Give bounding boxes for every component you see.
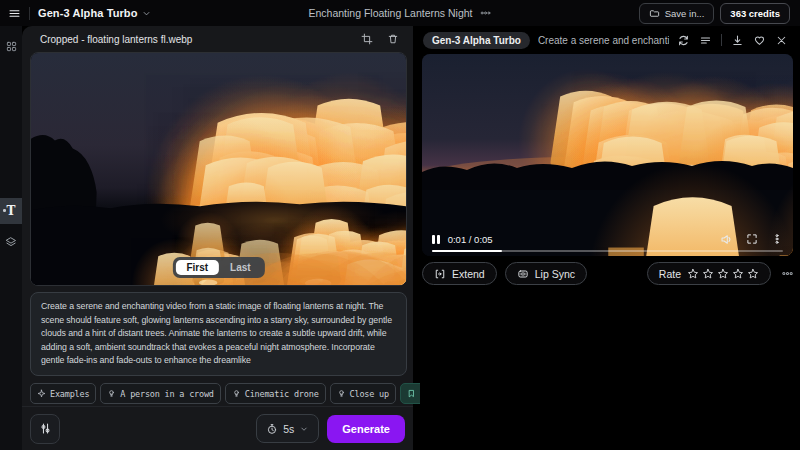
- volume-icon[interactable]: [720, 233, 733, 246]
- input-image-preview[interactable]: First Last: [30, 52, 407, 286]
- examples-chip[interactable]: Examples: [30, 383, 96, 404]
- save-in-button[interactable]: Save in...: [639, 3, 715, 24]
- star-icon[interactable]: [717, 268, 729, 280]
- video-progress-fill: [432, 250, 502, 252]
- video-player[interactable]: 0:01 / 0:05: [422, 54, 793, 256]
- layers-icon: [5, 236, 17, 248]
- chip-label: Close up: [350, 389, 389, 399]
- chip-label: Cinematic drone: [245, 389, 319, 399]
- prompt-details-icon[interactable]: [699, 34, 712, 47]
- download-icon[interactable]: [731, 34, 744, 47]
- lip-sync-button[interactable]: Lip Sync: [505, 262, 587, 285]
- crop-icon[interactable]: [361, 33, 373, 45]
- duration-selector[interactable]: 5s: [256, 414, 319, 443]
- active-tool-dot: [3, 209, 6, 212]
- bookmark-icon: [407, 389, 416, 398]
- rate-control[interactable]: Rate: [647, 262, 771, 285]
- last-frame-button[interactable]: Last: [219, 260, 262, 275]
- lip-sync-icon: [517, 268, 529, 280]
- settings-button[interactable]: [30, 414, 60, 444]
- star-icon[interactable]: [687, 268, 699, 280]
- assets-grid-button[interactable]: [0, 34, 22, 58]
- fullscreen-icon[interactable]: [746, 233, 758, 245]
- extend-button[interactable]: Extend: [422, 262, 497, 285]
- star-icon[interactable]: [732, 268, 744, 280]
- star-icon[interactable]: [702, 268, 714, 280]
- duration-label: 5s: [283, 423, 294, 435]
- icon-divider: [721, 34, 722, 46]
- hamburger-menu-icon[interactable]: [8, 7, 21, 20]
- prompt-textarea[interactable]: Create a serene and enchanting video fro…: [30, 292, 407, 376]
- pause-icon[interactable]: [432, 235, 440, 244]
- more-options-icon[interactable]: [781, 267, 794, 280]
- player-kebab-icon[interactable]: [771, 233, 783, 245]
- favorite-heart-icon[interactable]: [753, 34, 766, 47]
- playback-time: 0:01 / 0:05: [448, 234, 493, 245]
- video-actions: Extend Lip Sync Rate: [422, 262, 794, 285]
- generation-prompt-preview: Create a serene and enchanting video fro…: [538, 35, 669, 46]
- sparkle-icon: [37, 389, 46, 398]
- stopwatch-icon: [266, 423, 278, 435]
- regenerate-icon[interactable]: [677, 34, 690, 47]
- video-progress-bar[interactable]: [432, 250, 783, 252]
- tool-rail: T: [0, 26, 22, 450]
- top-bar: Gen-3 Alpha Turbo Enchanting Floating La…: [0, 0, 800, 26]
- title-more-icon[interactable]: [480, 7, 492, 19]
- text-tool-glyph: T: [7, 204, 16, 218]
- lantern-image: [31, 53, 406, 285]
- rate-stars[interactable]: [687, 268, 759, 280]
- layers-tool-button[interactable]: [0, 230, 22, 254]
- chip-label: Examples: [50, 389, 89, 399]
- save-in-label: Save in...: [665, 8, 705, 19]
- asset-name: Cropped - floating lanterns fl.webp: [40, 34, 192, 45]
- generate-bar: 5s Generate: [22, 406, 413, 450]
- model-tag: Gen-3 Alpha Turbo: [423, 32, 530, 49]
- prompt-suggestions: Examples A person in a crowd Cinematic d…: [30, 383, 407, 404]
- chip-label: A person in a crowd: [120, 389, 213, 399]
- suggestion-chip-person-in-crowd[interactable]: A person in a crowd: [100, 383, 220, 404]
- rate-label: Rate: [659, 268, 681, 280]
- generate-button[interactable]: Generate: [327, 415, 405, 443]
- extend-label: Extend: [452, 268, 485, 280]
- trash-icon[interactable]: [387, 33, 399, 45]
- sliders-icon: [39, 422, 52, 435]
- first-frame-button[interactable]: First: [175, 260, 219, 275]
- generation-panel: Gen-3 Alpha Turbo Create a serene and en…: [420, 26, 800, 450]
- chevron-down-icon: [299, 424, 309, 434]
- grid-icon: [6, 41, 17, 52]
- topbar-divider: [29, 7, 30, 20]
- model-selector[interactable]: Gen-3 Alpha Turbo: [38, 7, 152, 19]
- keyframe-toggle: First Last: [172, 257, 264, 278]
- model-selector-label: Gen-3 Alpha Turbo: [38, 7, 137, 19]
- folder-icon: [649, 8, 660, 19]
- chevron-down-icon: [141, 8, 152, 19]
- text-prompt-tool-button[interactable]: T: [0, 198, 22, 224]
- player-controls: 0:01 / 0:05: [422, 231, 793, 247]
- suggestion-chip-close-up[interactable]: Close up: [330, 383, 396, 404]
- lightbulb-icon: [107, 389, 116, 398]
- star-icon[interactable]: [747, 268, 759, 280]
- close-icon[interactable]: [775, 34, 788, 47]
- extend-icon: [434, 268, 446, 280]
- editor-panel: Cropped - floating lanterns fl.webp Firs…: [22, 26, 413, 450]
- lip-sync-label: Lip Sync: [535, 268, 575, 280]
- generated-video-frame: [422, 54, 793, 256]
- credits-label: 363 credits: [730, 8, 780, 19]
- credits-button[interactable]: 363 credits: [720, 3, 790, 24]
- project-title[interactable]: Enchanting Floating Lanterns Night: [308, 7, 472, 19]
- suggestion-chip-cinematic-drone[interactable]: Cinematic drone: [225, 383, 326, 404]
- lightbulb-icon: [337, 389, 346, 398]
- lightbulb-icon: [232, 389, 241, 398]
